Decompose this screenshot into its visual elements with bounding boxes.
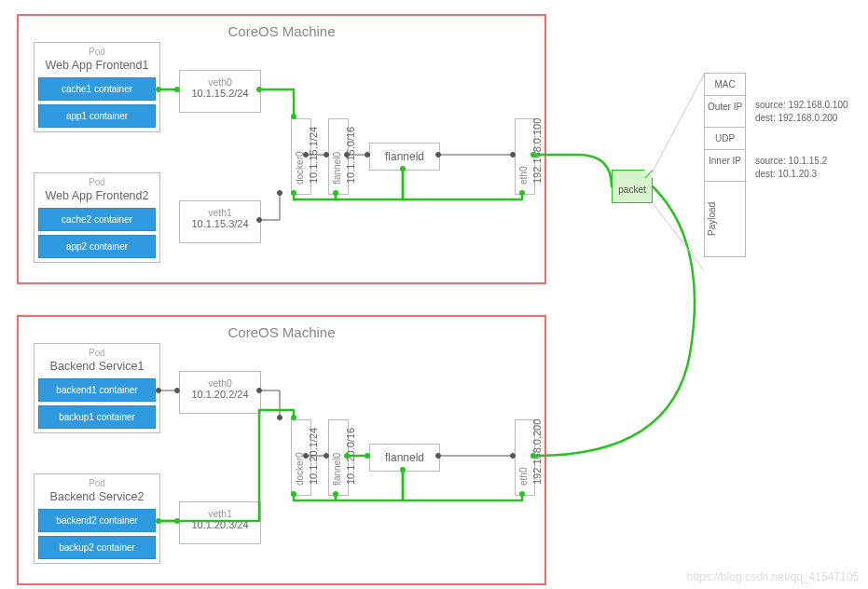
eth0-m2: eth0 192.168.0.200 <box>515 419 535 496</box>
pod-frontend1-name: Web App Frontend1 <box>38 59 156 72</box>
backend2-container: backend2 container <box>38 509 156 532</box>
pod-label: Pod <box>38 348 156 358</box>
flanneld-m1: flanneld <box>369 143 440 171</box>
eth0-m1-label: eth0 <box>518 167 529 185</box>
backend1-container: backend1 container <box>38 378 156 402</box>
flannel0-m2-ip: 10.1.20.0/16 <box>345 428 356 485</box>
veth1-m2-name: veth1 <box>180 508 260 519</box>
pod-backend2-name: Backend Service2 <box>38 490 156 503</box>
backup2-container: backup2 container <box>38 536 156 559</box>
pod-frontend2: Pod Web App Frontend2 cache2 container a… <box>34 172 160 263</box>
packet-label: packet <box>618 185 645 195</box>
pod-backend1: Pod Backend Service1 backend1 container … <box>34 343 160 433</box>
machine-2: CoreOS Machine Pod Backend Service1 back… <box>17 315 546 585</box>
veth0-m2: veth0 10.1.20.2/24 <box>179 371 261 414</box>
inner-ip-desc: source: 10.1.15.2 dest: 10.1.20.3 <box>755 155 827 181</box>
backup1-container: backup1 container <box>38 405 156 429</box>
outer-ip-desc: source: 192.168.0.100 dest: 192.168.0.20… <box>755 99 848 125</box>
app1-container: app1 container <box>38 104 156 128</box>
flannel0-m1-label: flannel0 <box>332 152 342 185</box>
machine-1-title: CoreOS Machine <box>19 23 544 39</box>
machine-1: CoreOS Machine Pod Web App Frontend1 cac… <box>17 14 546 284</box>
veth1-m2: veth1 10.1.20.3/24 <box>179 501 261 544</box>
veth1-m2-ip: 10.1.20.3/24 <box>180 519 260 530</box>
veth0-m2-name: veth0 <box>180 377 260 389</box>
eth0-m2-label: eth0 <box>518 468 529 486</box>
app2-container: app2 container <box>38 235 156 258</box>
pod-label: Pod <box>38 177 156 187</box>
veth1-m1-ip: 10.1.15.3/24 <box>180 218 260 229</box>
flanneld-m2: flanneld <box>369 444 440 472</box>
row-inner-ip: Inner IP <box>705 150 745 182</box>
pod-backend2: Pod Backend Service2 backend2 container … <box>34 473 160 564</box>
inner-src: source: 10.1.15.2 <box>755 156 827 166</box>
veth0-m2-ip: 10.1.20.2/24 <box>180 389 260 400</box>
flannel0-m2: flannel0 10.1.20.0/16 <box>328 419 349 496</box>
pod-frontend1: Pod Web App Frontend1 cache1 container a… <box>34 42 160 132</box>
cache1-container: cache1 container <box>38 77 156 101</box>
docker0-m2-label: docker0 <box>295 452 305 486</box>
docker0-m1: docker0 10.1.15.1/24 <box>291 118 311 195</box>
packet-box: packet <box>612 170 653 203</box>
eth0-m1: eth0 192.168.0.100 <box>515 118 535 195</box>
machine-2-title: CoreOS Machine <box>19 324 544 340</box>
inner-dst: dest: 10.1.20.3 <box>755 169 817 179</box>
row-outer-ip: Outer IP <box>705 96 745 128</box>
cache2-container: cache2 container <box>38 208 156 231</box>
row-mac: MAC <box>705 74 745 96</box>
flannel0-m1: flannel0 10.1.15.0/16 <box>328 118 349 195</box>
pod-label: Pod <box>38 478 156 488</box>
row-udp: UDP <box>705 128 745 150</box>
outer-dst: dest: 192.168.0.200 <box>755 113 837 123</box>
veth0-m1-ip: 10.1.15.2/24 <box>180 88 260 99</box>
docker0-m2-ip: 10.1.20.1/24 <box>308 428 319 485</box>
docker0-m2: docker0 10.1.20.1/24 <box>291 419 311 496</box>
veth0-m1: veth0 10.1.15.2/24 <box>179 70 261 113</box>
outer-src: source: 192.168.0.100 <box>755 100 848 110</box>
docker0-m1-label: docker0 <box>295 151 305 185</box>
pod-frontend2-name: Web App Frontend2 <box>38 189 156 202</box>
flannel0-m1-ip: 10.1.15.0/16 <box>345 127 356 184</box>
docker0-m1-ip: 10.1.15.1/24 <box>308 127 319 184</box>
packet-detail: MAC Outer IP UDP Inner IP Payload <box>704 73 746 257</box>
eth0-m2-ip: 192.168.0.200 <box>531 419 543 485</box>
eth0-m1-ip: 192.168.0.100 <box>531 118 543 184</box>
pod-label: Pod <box>38 47 156 57</box>
veth0-m1-name: veth0 <box>180 76 260 88</box>
pod-backend1-name: Backend Service1 <box>38 360 156 373</box>
veth1-m1-name: veth1 <box>180 207 260 218</box>
watermark: https://blog.csdn.net/qq_41547105 <box>687 570 859 583</box>
row-payload: Payload <box>705 182 719 256</box>
veth1-m1: veth1 10.1.15.3/24 <box>179 200 261 243</box>
flannel0-m2-label: flannel0 <box>332 453 342 486</box>
